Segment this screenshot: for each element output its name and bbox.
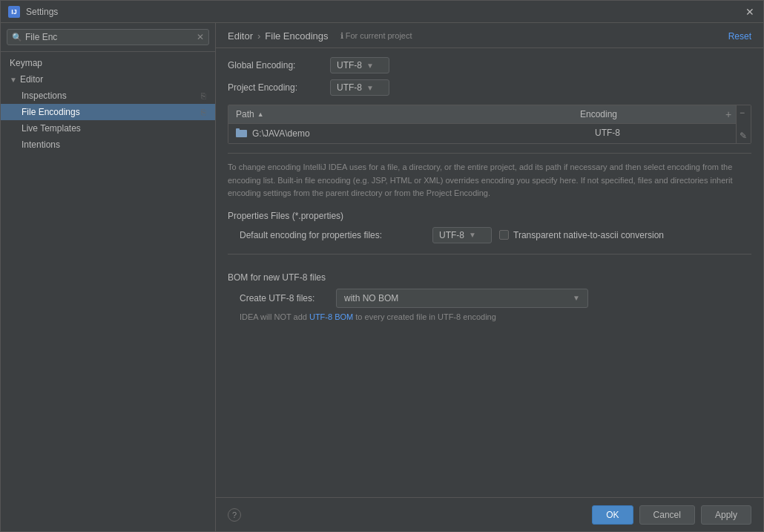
project-encoding-row: Project Encoding: UTF-8 ▼ (228, 79, 751, 96)
intentions-label: Intentions (22, 139, 60, 150)
add-row-icon: + (725, 108, 731, 120)
search-wrapper[interactable]: 🔍 ✕ (7, 29, 209, 45)
nav-keymap[interactable]: Keymap (1, 55, 215, 71)
reset-button[interactable]: Reset (728, 31, 751, 42)
app-icon: IJ (8, 6, 20, 18)
sidebar-item-inspections[interactable]: Inspections ⎘ (1, 88, 215, 104)
dropdown-arrow-icon: ▼ (366, 62, 374, 70)
bom-link[interactable]: UTF-8 BOM (309, 312, 353, 321)
search-clear-icon[interactable]: ✕ (197, 32, 204, 42)
window-title: Settings (26, 7, 744, 17)
sidebar-item-file-encodings[interactable]: File Encodings ⎘ (1, 104, 215, 120)
sidebar-item-intentions[interactable]: Intentions (1, 137, 215, 153)
transparent-checkbox[interactable] (499, 230, 509, 240)
bom-info-prefix: IDEA will NOT add (240, 312, 309, 321)
table-encoding-cell: UTF-8 (587, 124, 736, 143)
table-edit-button[interactable]: ✎ (737, 130, 751, 142)
table-add-button[interactable]: + (721, 105, 736, 123)
expand-arrow-icon: ▼ (10, 76, 17, 84)
table-path-header[interactable]: Path ▲ (228, 105, 573, 123)
help-icon[interactable]: ? (228, 508, 241, 522)
properties-encoding-dropdown[interactable]: UTF-8 ▼ (432, 227, 492, 243)
table-row[interactable]: G:\JAVA\demo UTF-8 (228, 124, 736, 143)
table-encoding-header[interactable]: Encoding (573, 105, 721, 123)
bom-info-text: IDEA will NOT add UTF-8 BOM to every cre… (228, 312, 751, 321)
transparent-label: Transparent native-to-ascii conversion (513, 230, 664, 240)
sidebar: 🔍 ✕ Keymap ▼ Editor Inspections ⎘ (1, 23, 216, 531)
breadcrumb-parent: Editor (228, 30, 253, 42)
bom-section-label: BOM for new UTF-8 files (228, 272, 751, 283)
nav-tree: Keymap ▼ Editor Inspections ⎘ File Encod… (1, 52, 215, 531)
properties-encoding-value: UTF-8 (439, 230, 464, 240)
bom-create-label: Create UTF-8 files: (240, 293, 329, 303)
global-encoding-row: Global Encoding: UTF-8 ▼ (228, 57, 751, 73)
sort-arrow-icon: ▲ (257, 111, 264, 118)
table-path-cell: G:\JAVA\demo (228, 124, 587, 143)
nav-editor[interactable]: ▼ Editor (1, 71, 215, 88)
main-content-area: 🔍 ✕ Keymap ▼ Editor Inspections ⎘ (1, 23, 763, 531)
global-encoding-dropdown[interactable]: UTF-8 ▼ (330, 57, 389, 73)
inspections-label: Inspections (22, 91, 67, 101)
sidebar-item-live-templates[interactable]: Live Templates (1, 120, 215, 137)
info-icon: ℹ (340, 31, 343, 40)
main-panel: Editor › File Encodings ℹ For current pr… (216, 23, 763, 531)
file-encodings-label: File Encodings (22, 107, 80, 117)
project-encoding-dropdown[interactable]: UTF-8 ▼ (330, 79, 389, 96)
for-current-project-label: ℹ For current project (340, 31, 412, 41)
table-header: Path ▲ Encoding + (228, 105, 736, 124)
dropdown-wide-arrow-icon: ▼ (573, 294, 580, 302)
live-templates-label: Live Templates (22, 123, 81, 134)
project-encoding-label: Project Encoding: (228, 82, 324, 93)
properties-encoding-row: Default encoding for properties files: U… (228, 227, 751, 243)
search-input[interactable] (25, 32, 197, 42)
search-bar: 🔍 ✕ (1, 23, 215, 52)
properties-encoding-label: Default encoding for properties files: (240, 230, 425, 240)
bom-create-row: Create UTF-8 files: with NO BOM ▼ (228, 289, 751, 308)
cancel-button[interactable]: Cancel (639, 505, 695, 525)
dropdown-arrow-icon-2: ▼ (366, 84, 374, 92)
dropdown-arrow-icon-3: ▼ (469, 231, 476, 239)
svg-rect-2 (236, 128, 240, 131)
nav-editor-label: Editor (20, 74, 43, 85)
breadcrumb-current: File Encodings (265, 30, 328, 42)
bom-info-suffix: to every created file in UTF-8 encoding (355, 312, 496, 321)
footer: ? OK Cancel Apply (216, 497, 763, 531)
global-encoding-label: Global Encoding: (228, 60, 324, 70)
folder-icon (236, 128, 248, 139)
properties-section-label: Properties Files (*.properties) (228, 211, 751, 221)
bom-create-dropdown[interactable]: with NO BOM ▼ (336, 289, 588, 308)
transparent-checkbox-wrapper[interactable]: Transparent native-to-ascii conversion (499, 230, 664, 240)
apply-button[interactable]: Apply (701, 505, 751, 525)
footer-buttons: OK Cancel Apply (592, 505, 751, 525)
copy-icon-2: ⎘ (201, 108, 206, 116)
settings-window: IJ Settings ✕ 🔍 ✕ Keymap ▼ Editor (0, 0, 764, 532)
search-icon: 🔍 (12, 33, 22, 42)
bom-create-value: with NO BOM (344, 293, 398, 303)
help-button[interactable]: ? (228, 508, 241, 522)
breadcrumb-separator: › (257, 30, 260, 42)
project-encoding-value: UTF-8 (337, 82, 362, 93)
titlebar: IJ Settings ✕ (1, 1, 763, 23)
info-text: To change encoding IntelliJ IDEA uses fo… (228, 153, 751, 200)
nav-keymap-label: Keymap (10, 58, 42, 68)
global-encoding-value: UTF-8 (337, 60, 362, 70)
ok-button[interactable]: OK (592, 505, 633, 525)
panel-header: Editor › File Encodings ℹ For current pr… (216, 23, 763, 48)
file-encodings-table: Path ▲ Encoding + (228, 105, 751, 144)
table-main: Path ▲ Encoding + (228, 105, 736, 143)
copy-icon: ⎘ (201, 91, 206, 100)
breadcrumb: Editor › File Encodings (228, 30, 329, 42)
table-side-actions: − ✎ (736, 105, 751, 143)
properties-section: Properties Files (*.properties) Default … (228, 211, 751, 243)
settings-content: Global Encoding: UTF-8 ▼ Project Encodin… (216, 48, 763, 497)
table-container: Path ▲ Encoding + (228, 105, 751, 143)
bom-section: BOM for new UTF-8 files Create UTF-8 fil… (228, 254, 751, 321)
table-remove-button[interactable]: − (737, 107, 751, 119)
path-value: G:\JAVA\demo (252, 128, 310, 139)
close-button[interactable]: ✕ (744, 6, 756, 18)
